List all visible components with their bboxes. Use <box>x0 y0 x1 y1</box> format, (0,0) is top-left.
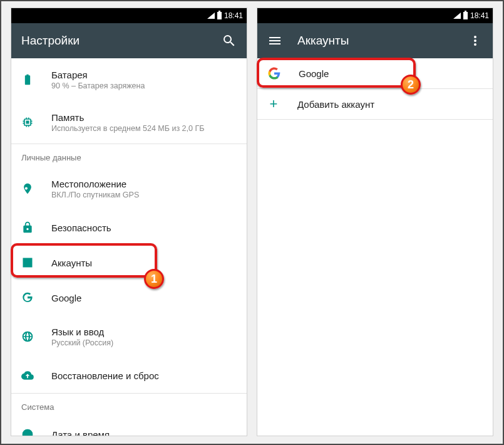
hamburger-icon[interactable] <box>267 33 282 48</box>
google-colored-icon <box>267 66 281 80</box>
accounts-icon <box>21 256 34 269</box>
list-item-google[interactable]: Google <box>11 280 247 315</box>
google-g-icon <box>21 291 34 304</box>
location-icon <box>21 182 34 195</box>
datetime-title: Дата и время <box>51 429 237 436</box>
phone-accounts: 18:41 Аккаунты Google + <box>257 8 493 436</box>
backup-title: Восстановление и сброс <box>51 370 237 381</box>
battery-icon <box>463 12 468 19</box>
list-item-datetime[interactable]: Дата и время <box>11 417 247 436</box>
search-icon[interactable] <box>222 33 237 48</box>
google-title: Google <box>51 293 237 303</box>
app-bar: Настройки <box>11 23 247 58</box>
list-item-memory[interactable]: Память Используется в среднем 524 МБ из … <box>11 101 247 144</box>
add-account-title: Добавить аккаунт <box>297 99 483 110</box>
list-item-backup[interactable]: Восстановление и сброс <box>11 358 247 393</box>
signal-icon <box>207 13 215 19</box>
location-sub: ВКЛ./По спутникам GPS <box>51 191 237 199</box>
lang-title: Язык и ввод <box>51 327 237 337</box>
list-item-security[interactable]: Безопасность <box>11 210 247 245</box>
lang-sub: Русский (Россия) <box>51 338 237 347</box>
globe-icon <box>21 330 34 343</box>
battery-item-icon <box>21 73 34 86</box>
memory-icon <box>21 116 34 128</box>
location-title: Местоположение <box>51 179 237 189</box>
settings-list: Батарея 90 % – Батарея заряжена Память И… <box>11 58 247 436</box>
battery-icon <box>217 12 222 19</box>
status-bar: 18:41 <box>257 8 493 23</box>
phone-settings: 18:41 Настройки Батарея 90 % – Батарея з… <box>11 8 247 436</box>
list-item-location[interactable]: Местоположение ВКЛ./По спутникам GPS <box>11 167 247 210</box>
security-title: Безопасность <box>51 223 237 233</box>
status-bar: 18:41 <box>11 8 247 23</box>
section-system: Система <box>11 394 247 417</box>
list-item-add-account[interactable]: + Добавить аккаунт <box>257 89 493 119</box>
app-bar: Аккаунты <box>257 23 493 58</box>
status-time: 18:41 <box>470 11 489 20</box>
signal-icon <box>453 13 461 19</box>
plus-icon: + <box>267 98 280 110</box>
more-vert-icon[interactable] <box>468 33 483 48</box>
app-bar-title: Настройки <box>21 34 207 48</box>
accounts-list: Google + Добавить аккаунт <box>257 58 493 436</box>
battery-title: Батарея <box>51 70 237 80</box>
list-item-accounts[interactable]: Аккаунты <box>11 245 247 280</box>
status-time: 18:41 <box>224 11 243 20</box>
list-item-language[interactable]: Язык и ввод Русский (Россия) <box>11 315 247 358</box>
clock-icon <box>21 428 34 436</box>
memory-sub: Используется в среднем 524 МБ из 2,0 ГБ <box>51 124 237 133</box>
accounts-title: Аккаунты <box>51 258 237 268</box>
cloud-upload-icon <box>21 369 34 382</box>
list-item-google-account[interactable]: Google <box>257 58 493 88</box>
divider <box>257 119 493 120</box>
lock-icon <box>21 221 34 234</box>
list-item-battery[interactable]: Батарея 90 % – Батарея заряжена <box>11 58 247 101</box>
memory-title: Память <box>51 112 237 123</box>
battery-sub: 90 % – Батарея заряжена <box>51 81 237 90</box>
google-account-title: Google <box>299 68 483 79</box>
section-personal: Личные данные <box>11 144 247 167</box>
app-bar-title: Аккаунты <box>297 34 453 48</box>
